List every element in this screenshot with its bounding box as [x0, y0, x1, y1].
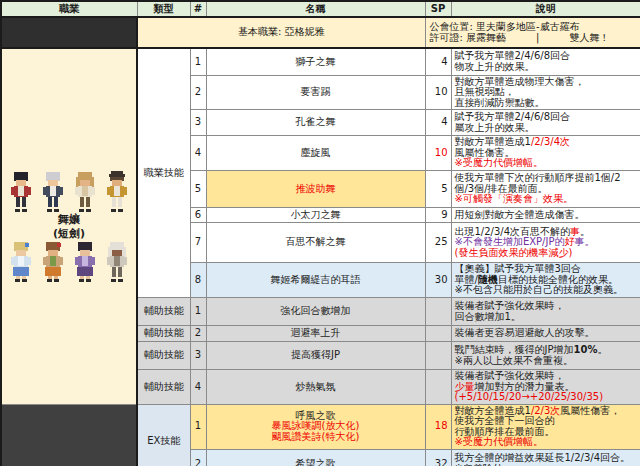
skill-number-cell: 8: [190, 263, 206, 298]
skill-name-cell: 推波助舞: [206, 171, 425, 208]
skill-row: 舞孃(短劍)職業技能1獅子之舞4賦予我方單體2/4/6/8回合物攻上升的效果。: [1, 48, 640, 75]
job-cell-content: 舞孃(短劍): [2, 162, 136, 291]
col-header-number: #: [190, 1, 206, 17]
job-weapon: (短劍): [53, 227, 85, 241]
job-cell: 舞孃(短劍): [1, 48, 137, 404]
sprite-black-bob-purple-dress: [72, 241, 98, 283]
skill-description-cell: 使我方單體下次的行動順序提前1個/2個/3個/排在最前面。※可觸發「演奏會」效果…: [451, 171, 640, 208]
skill-sp-cell: 30: [425, 263, 451, 298]
skill-name-cell: 迴避率上升: [206, 326, 425, 342]
dancer-skill-table: 職業 類型 # 名稱 SP 說明 基本職業: 亞格妮雅 公會位置: 里夫蘭多地區…: [0, 0, 640, 466]
skill-number-cell: 5: [190, 171, 206, 208]
skill-description-cell: 【奧義】賦予我方單體3回合單體/隨機目標的技能全體化的效果。※不包含只能用於自己…: [451, 263, 640, 298]
sprite-hat-yellow-coat: [104, 171, 130, 213]
skill-description-cell: 對敵方全體造成1/2/3次風屬性傷害，使我方全體下一回合的行動順序排在最前面。※…: [451, 404, 640, 449]
skill-number-cell: 2: [190, 449, 206, 466]
license-line: 許可證: 展露舞藝 | 雙人舞！: [430, 33, 637, 44]
skill-sp-cell: 9: [425, 208, 451, 223]
skill-sp-cell: 25: [425, 223, 451, 263]
skill-name-cell: 希望之歌: [206, 449, 425, 466]
skill-sp-cell: 10: [425, 75, 451, 110]
type-cell: 輔助技能: [137, 298, 190, 326]
skill-number-cell: 7: [190, 223, 206, 263]
skill-sp-cell: 18: [425, 404, 451, 449]
col-header-type: 類型: [137, 1, 190, 17]
skill-number-cell: 1: [190, 298, 206, 326]
sprite-dark-hair-red-jacket: [8, 171, 34, 213]
skill-table-page: 職業 類型 # 名稱 SP 說明 基本職業: 亞格妮雅 公會位置: 里夫蘭多地區…: [0, 0, 640, 466]
skill-description-cell: 戰鬥結束時，獲得的JP增加10%。※兩人以上效果不會重複。: [451, 342, 640, 370]
skill-sp-cell: 32: [425, 449, 451, 466]
character-sprites-top: [8, 171, 130, 213]
skill-number-cell: 1: [190, 404, 206, 449]
skill-name-cell: 要害踢: [206, 75, 425, 110]
skill-name-cell: 小太刀之舞: [206, 208, 425, 223]
skill-sp-cell: [425, 342, 451, 370]
skill-description-cell: 出現1/2/3/4次百思不解的事。※不會發生增加EXP/JP的好事。(發生負面效…: [451, 223, 640, 263]
skill-name-cell: 孔雀之舞: [206, 110, 425, 136]
skill-name-cell: 百思不解之舞: [206, 223, 425, 263]
skill-number-cell: 4: [190, 136, 206, 171]
skill-name-cell: 塵旋風: [206, 136, 425, 171]
skill-number-cell: 3: [190, 110, 206, 136]
skill-number-cell: 6: [190, 208, 206, 223]
skill-number-cell: 2: [190, 75, 206, 110]
guild-info-cell: 公會位置: 里夫蘭多地區-威古羅布 許可證: 展露舞藝 | 雙人舞！: [425, 17, 640, 48]
info-row: 基本職業: 亞格妮雅 公會位置: 里夫蘭多地區-威古羅布 許可證: 展露舞藝 |…: [1, 17, 640, 48]
skill-name-cell: 舞姬希爾緹吉的耳語: [206, 263, 425, 298]
skill-name-cell: 獅子之舞: [206, 48, 425, 75]
skill-name-cell: 提高獲得JP: [206, 342, 425, 370]
guild-location: 公會位置: 里夫蘭多地區-威古羅布: [430, 22, 637, 33]
job-name: 舞孃: [53, 213, 85, 227]
skill-description-cell: 我方全體的增益效果延長1/2/3/4回合。※奧義除外。: [451, 449, 640, 466]
skill-description-cell: 賦予我方單體2/4/6/8回合物攻上升的效果。: [451, 48, 640, 75]
skill-sp-cell: [425, 298, 451, 326]
col-header-sp: SP: [425, 1, 451, 17]
skill-description-cell: 對敵方單體造成物理大傷害，且無視弱點，直接削減防禦點數。: [451, 75, 640, 110]
character-sprites-bottom: [8, 241, 130, 283]
sprite-blond-blue-dress: [8, 241, 34, 283]
skill-description-cell: 裝備者賦予強化效果時，回合數增加1。: [451, 298, 640, 326]
col-header-name: 名稱: [206, 1, 425, 17]
license-1: 許可證: 展露舞藝: [430, 33, 507, 44]
skill-row: EX技能1呼風之歌暴風詠嘆調(放大化)颶風讚美詩(特大化)18對敵方全體造成1/…: [1, 404, 640, 449]
sprite-long-blond-hair: [72, 171, 98, 213]
job-name-label: 舞孃(短劍): [53, 213, 85, 241]
skill-sp-cell: 4: [425, 48, 451, 75]
skill-name-cell: 炒熱氣氛: [206, 370, 425, 405]
license-2: 雙人舞！: [569, 33, 609, 44]
skill-description-cell: 賦予我方單體2/4/6/8回合屬攻上升的效果。: [451, 110, 640, 136]
skill-sp-cell: [425, 370, 451, 405]
type-cell: EX技能: [137, 404, 190, 466]
type-cell: 輔助技能: [137, 342, 190, 370]
col-header-description: 說明: [451, 1, 640, 17]
skill-description-cell: 用短劍對敵方全體造成傷害。: [451, 208, 640, 223]
sprite-white-hair-dark-skin: [104, 241, 130, 283]
sprite-dancer-orange-skirt: [40, 241, 66, 283]
base-job-cell: 基本職業: 亞格妮雅: [137, 17, 425, 48]
skill-name-cell: 強化回合數增加: [206, 298, 425, 326]
skill-number-cell: 3: [190, 342, 206, 370]
license-divider: |: [536, 33, 539, 44]
skill-description-cell: 裝備者更容易迴避敵人的攻擊。: [451, 326, 640, 342]
info-job-black-cell: [1, 17, 137, 48]
skill-sp-cell: 5: [425, 171, 451, 208]
header-row: 職業 類型 # 名稱 SP 說明: [1, 1, 640, 17]
skill-number-cell: 4: [190, 370, 206, 405]
skill-number-cell: 1: [190, 48, 206, 75]
skill-sp-cell: [425, 326, 451, 342]
type-cell: 輔助技能: [137, 370, 190, 405]
skill-description-cell: 對敵方單體造成1/2/3/4次風屬性傷害。※受魔力代價增幅。: [451, 136, 640, 171]
type-cell: 輔助技能: [137, 326, 190, 342]
skill-name-cell: 呼風之歌暴風詠嘆調(放大化)颶風讚美詩(特大化): [206, 404, 425, 449]
skill-number-cell: 2: [190, 326, 206, 342]
skill-sp-cell: 10: [425, 136, 451, 171]
col-header-job: 職業: [1, 1, 137, 17]
skill-description-cell: 裝備者賦予強化效果時，少量增加對方的潛力量表。(+5/10/15/20→+20/…: [451, 370, 640, 405]
skill-sp-cell: 4: [425, 110, 451, 136]
job-cell-dark: [1, 404, 137, 466]
type-cell: 職業技能: [137, 48, 190, 298]
sprite-silver-hair-vest: [40, 171, 66, 213]
